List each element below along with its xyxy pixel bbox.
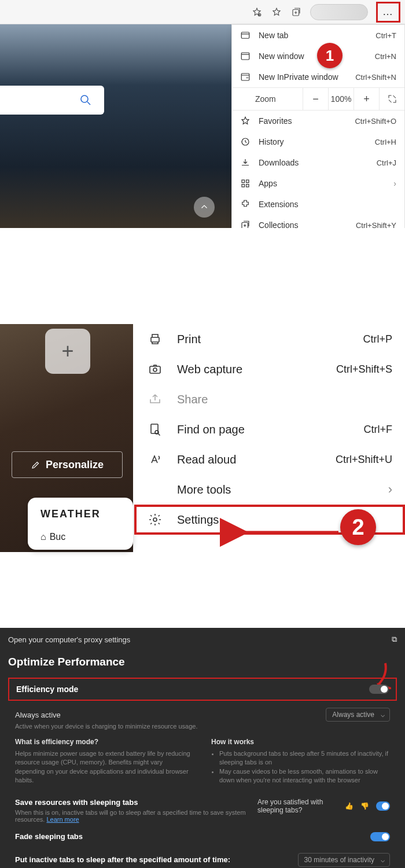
apps-icon bbox=[240, 178, 251, 189]
zoom-control: Zoom − 100% + bbox=[232, 87, 404, 111]
search-box[interactable] bbox=[0, 86, 104, 115]
zoom-in[interactable]: + bbox=[354, 87, 379, 111]
menu-shortcut: Ctrl+J bbox=[377, 159, 396, 167]
menu-shortcut: Ctrl+Shift+O bbox=[355, 117, 396, 126]
add-shortcut-tile[interactable]: + bbox=[45, 329, 90, 374]
how-it-works-li: Puts background tabs to sleep after 5 mi… bbox=[219, 749, 390, 767]
svg-point-2 bbox=[81, 95, 88, 102]
efficiency-label: Efficiency mode bbox=[16, 685, 78, 694]
always-active-row: Always active Always active bbox=[8, 705, 397, 723]
zoom-out[interactable]: − bbox=[303, 87, 328, 111]
inactive-time-dropdown[interactable]: 30 minutes of inactivity bbox=[298, 853, 390, 867]
menu-favorites[interactable]: Favorites Ctrl+Shift+O bbox=[232, 111, 404, 131]
menu-shortcut: Ctrl+Shift+Y bbox=[356, 221, 396, 229]
personalize-label: Personalize bbox=[46, 459, 104, 471]
menu-label: History bbox=[259, 137, 367, 146]
personalize-button[interactable]: Personalize bbox=[12, 451, 123, 478]
learn-more-link[interactable]: Learn more bbox=[46, 816, 79, 823]
svg-point-17 bbox=[153, 518, 157, 521]
col-right-heading: How it works bbox=[211, 738, 390, 746]
menu-collections[interactable]: Collections Ctrl+Shift+Y bbox=[232, 215, 404, 228]
chevron-right-icon: › bbox=[393, 179, 396, 188]
favorites-icon bbox=[240, 116, 251, 126]
thumbs-down-icon[interactable]: 👎 bbox=[360, 802, 369, 810]
annotation-badge-1: 1 bbox=[317, 43, 343, 68]
svg-rect-7 bbox=[242, 180, 245, 183]
sleeping-tabs-sub: When this is on, inactive tabs will go t… bbox=[15, 809, 246, 823]
menu-shortcut: Ctrl+Shift+N bbox=[355, 73, 396, 82]
collections-icon bbox=[240, 220, 251, 228]
inprivate-icon bbox=[240, 72, 251, 82]
zoom-label: Zoom bbox=[232, 94, 303, 104]
panel-3-edge-settings-performance: Open your computer's proxy settings ⧉ Op… bbox=[0, 628, 405, 868]
menu-read-aloud[interactable]: Read aloud Ctrl+Shift+U bbox=[134, 444, 405, 475]
menu-label: Favorites bbox=[259, 116, 347, 126]
read-aloud-icon bbox=[147, 453, 163, 466]
menu-new-tab[interactable]: New tab Ctrl+T bbox=[232, 25, 404, 46]
menu-apps[interactable]: Apps › bbox=[232, 173, 404, 194]
always-active-dropdown[interactable]: Always active bbox=[326, 708, 390, 722]
menu-web-capture[interactable]: Web capture Ctrl+Shift+S bbox=[134, 354, 405, 384]
menu-shortcut: Ctrl+H bbox=[375, 138, 396, 146]
menu-shortcut: Ctrl+N bbox=[375, 52, 396, 61]
profile-button[interactable] bbox=[310, 4, 368, 20]
menu-label: New window bbox=[259, 52, 367, 61]
svg-rect-12 bbox=[151, 337, 159, 342]
search-icon bbox=[79, 93, 93, 107]
fullscreen-icon[interactable] bbox=[379, 87, 404, 111]
svg-rect-3 bbox=[241, 32, 249, 39]
menu-label: New tab bbox=[259, 31, 367, 40]
settings-menu-2: Print Ctrl+P Web capture Ctrl+Shift+S Sh… bbox=[134, 324, 405, 535]
svg-rect-10 bbox=[246, 185, 249, 187]
proxy-settings-link[interactable]: Open your computer's proxy settings ⧉ bbox=[8, 635, 397, 644]
panel-2-edge-menu-settings: + Personalize WEATHER ⌂ Buc Print Ctrl+P… bbox=[0, 324, 405, 628]
menu-extensions[interactable]: Extensions bbox=[232, 194, 404, 215]
weather-location: ⌂ Buc bbox=[41, 532, 120, 542]
menu-label: Apps bbox=[259, 179, 385, 188]
menu-shortcut: Ctrl+T bbox=[375, 31, 396, 40]
gear-icon bbox=[147, 513, 163, 527]
weather-title: WEATHER bbox=[41, 508, 120, 520]
svg-rect-8 bbox=[246, 180, 249, 183]
thumbs-up-icon[interactable]: 👍 bbox=[345, 802, 354, 810]
add-favorite-icon[interactable] bbox=[251, 6, 263, 18]
menu-label: New InPrivate window bbox=[259, 72, 347, 82]
section-heading: Optimize Performance bbox=[8, 656, 397, 668]
newtab-background bbox=[0, 24, 231, 228]
extensions-icon bbox=[240, 199, 251, 209]
menu-share: Share bbox=[134, 384, 405, 414]
menu-downloads[interactable]: Downloads Ctrl+J bbox=[232, 152, 404, 173]
sleeping-tabs-title: Save resources with sleeping tabs bbox=[15, 798, 246, 807]
external-link-icon: ⧉ bbox=[392, 635, 397, 644]
menu-history[interactable]: History Ctrl+H bbox=[232, 131, 404, 152]
share-icon bbox=[147, 392, 163, 406]
col-left-heading: What is efficiency mode? bbox=[15, 738, 194, 746]
menu-find-on-page[interactable]: Find on page Ctrl+F bbox=[134, 414, 405, 444]
svg-rect-9 bbox=[242, 185, 245, 187]
fade-tabs-toggle[interactable] bbox=[370, 832, 390, 841]
menu-more-tools[interactable]: More tools › bbox=[134, 475, 405, 505]
scroll-top-button[interactable] bbox=[194, 197, 215, 218]
gap bbox=[0, 228, 405, 324]
annotation-badge-2: 2 bbox=[340, 509, 376, 545]
svg-rect-13 bbox=[150, 366, 160, 373]
sleeping-tabs-toggle[interactable] bbox=[376, 801, 390, 811]
always-active-sub: Active when your device is charging to m… bbox=[8, 723, 397, 735]
efficiency-mode-row: Efficiency mode bbox=[8, 678, 397, 701]
panel-1-edge-menu-top: … New tab Ctrl+T New window Ctrl+N New I… bbox=[0, 0, 405, 228]
collections-icon[interactable] bbox=[290, 6, 302, 18]
svg-rect-4 bbox=[241, 53, 249, 60]
efficiency-info-columns: What is efficiency mode? Helps minimize … bbox=[8, 735, 397, 795]
pencil-icon bbox=[31, 459, 41, 470]
sleeping-tabs-row: Save resources with sleeping tabs When t… bbox=[8, 795, 397, 826]
favorites-icon[interactable] bbox=[271, 6, 282, 18]
how-it-works-li: May cause videos to be less smooth, anim… bbox=[219, 767, 390, 785]
browser-toolbar: … bbox=[0, 0, 405, 24]
menu-inprivate[interactable]: New InPrivate window Ctrl+Shift+N bbox=[232, 67, 404, 87]
home-icon: ⌂ bbox=[41, 532, 46, 542]
efficiency-toggle[interactable] bbox=[369, 685, 389, 694]
more-menu-button[interactable]: … bbox=[376, 2, 400, 23]
weather-card[interactable]: WEATHER ⌂ Buc bbox=[28, 498, 133, 550]
menu-print[interactable]: Print Ctrl+P bbox=[134, 324, 405, 354]
inactive-time-row: Put inactive tabs to sleep after the spe… bbox=[8, 847, 397, 868]
